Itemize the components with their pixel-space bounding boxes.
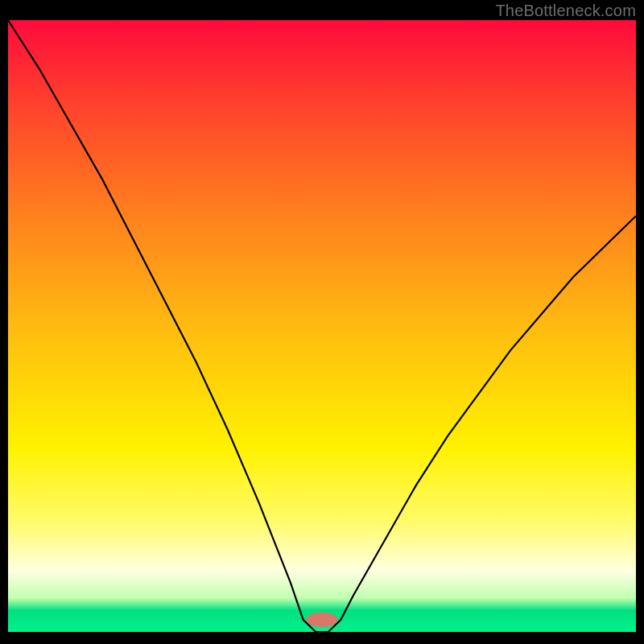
plot-background <box>8 20 636 632</box>
chart-svg <box>0 0 644 644</box>
bottleneck-chart: TheBottleneck.com <box>0 0 644 644</box>
watermark-text: TheBottleneck.com <box>495 2 636 20</box>
optimum-marker <box>307 613 338 627</box>
